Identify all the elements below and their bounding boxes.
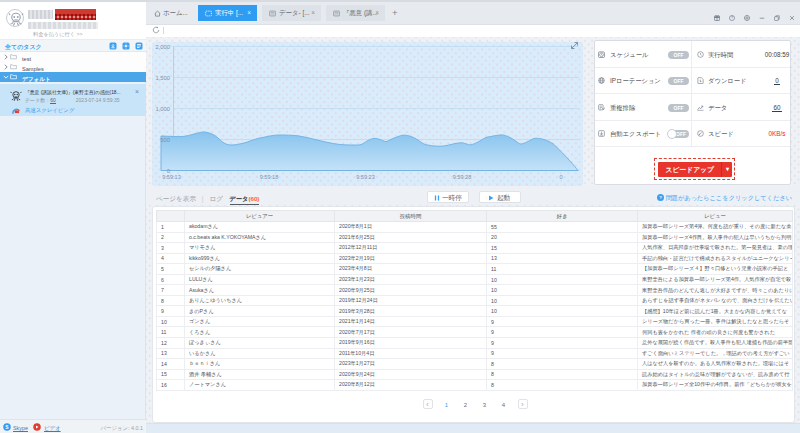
svg-text:0: 0 <box>559 174 562 180</box>
svg-text:9:59:13: 9:59:13 <box>162 174 181 180</box>
svg-text:9:59:28: 9:59:28 <box>453 174 472 180</box>
svg-text:2,000: 2,000 <box>155 44 170 50</box>
svg-text:9:59:23: 9:59:23 <box>356 174 375 180</box>
svg-text:0: 0 <box>167 168 170 174</box>
svg-text:1,500: 1,500 <box>155 75 170 81</box>
svg-text:?: ? <box>731 16 733 20</box>
svg-text:9:59:18: 9:59:18 <box>260 174 279 180</box>
svg-text:?: ? <box>659 195 662 200</box>
svg-text:500: 500 <box>160 137 170 143</box>
svg-text:1,000: 1,000 <box>155 106 170 112</box>
